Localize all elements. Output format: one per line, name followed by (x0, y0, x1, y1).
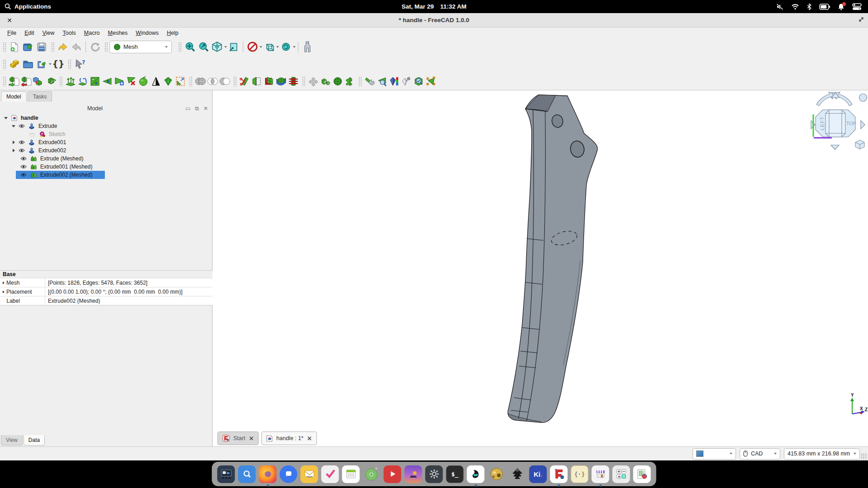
toolbar-grip[interactable] (359, 76, 362, 86)
menu-view[interactable]: View (39, 28, 58, 38)
menu-help[interactable]: Help (163, 28, 182, 38)
toolbar-grip[interactable] (3, 42, 6, 52)
expander-closed-icon[interactable] (3, 282, 5, 284)
window-switcher-icon[interactable] (217, 465, 235, 483)
flip-normals-button[interactable] (76, 75, 89, 88)
openscad-icon[interactable] (488, 465, 505, 483)
office-app-icon[interactable] (633, 465, 651, 483)
terminal-icon[interactable]: $_ (446, 465, 464, 483)
trim-mesh-button[interactable] (238, 75, 250, 88)
freecad-icon[interactable] (550, 465, 568, 483)
property-value[interactable]: [Points: 1826, Edges: 5478, Faces: 3652] (45, 280, 212, 286)
new-document-button[interactable] (8, 40, 21, 54)
panel-float-icon[interactable]: ⧉ (195, 105, 199, 112)
kicad-icon[interactable]: Ki. (529, 465, 547, 483)
property-group-base[interactable]: Base (0, 271, 212, 278)
mesh-from-shape-button[interactable] (32, 75, 44, 88)
color-selector[interactable] (693, 448, 736, 460)
add-facet-button[interactable] (113, 75, 125, 88)
property-row-placement[interactable]: Placement [(0.00 0.00 1.00); 0.00 °; (0.… (0, 287, 212, 296)
property-value[interactable]: [(0.00 0.00 1.00); 0.00 °; (0.00 mm 0.00… (45, 289, 212, 295)
expander-closed-icon[interactable] (10, 141, 17, 144)
regular-solid-button[interactable] (331, 75, 344, 88)
handle-3d-model[interactable] (506, 93, 603, 427)
tab-data[interactable]: Data (24, 435, 45, 446)
dimension-selector[interactable]: 415.83 mm x 216.98 mm (784, 448, 860, 460)
separate-components-button[interactable] (319, 75, 331, 88)
fit-all-button[interactable] (183, 40, 197, 54)
refine-mesh-button[interactable] (162, 75, 174, 88)
toolbar-grip[interactable] (3, 76, 6, 86)
signal-icon[interactable] (280, 465, 297, 483)
tab-start[interactable]: Start ✕ (217, 432, 259, 445)
chevron-down-icon[interactable] (293, 46, 296, 48)
curvature-plot-button[interactable] (388, 75, 400, 88)
firefox-icon[interactable] (259, 465, 277, 483)
measure-button[interactable] (301, 40, 314, 54)
property-row-label[interactable]: Label Extrude002 (Meshed) (0, 296, 212, 305)
remove-facet-button[interactable] (125, 75, 137, 88)
video-player-icon[interactable] (384, 465, 401, 483)
expander-closed-icon[interactable] (10, 149, 17, 152)
resize-grip[interactable] (861, 453, 867, 460)
mesh-export-button[interactable] (20, 75, 32, 88)
rotate-view-button[interactable] (279, 40, 292, 54)
smooth-mesh-button[interactable] (137, 75, 150, 88)
tab-tasks[interactable]: Tasks (28, 91, 52, 102)
software-store-icon[interactable] (592, 465, 609, 483)
create-group-button[interactable] (21, 57, 35, 71)
navigation-cube[interactable]: LEFT TOP (803, 92, 868, 160)
expander-open-icon[interactable] (3, 117, 9, 119)
trim-by-plane-button[interactable] (250, 75, 263, 88)
merge-mesh-button[interactable] (307, 75, 319, 88)
create-part-button[interactable] (8, 57, 21, 71)
boolean-union-button[interactable] (194, 75, 206, 88)
tree-item-extrude001[interactable]: Extrude001 (0, 138, 212, 146)
mesh-solid-button[interactable] (44, 75, 57, 88)
tree-item-extrude[interactable]: Extrude (0, 122, 212, 130)
toolbar-grip[interactable] (68, 59, 71, 69)
menu-tools[interactable]: Tools (59, 28, 80, 38)
toolbar-grip[interactable] (51, 42, 54, 52)
menu-file[interactable]: File (4, 28, 20, 38)
notes-app-icon[interactable] (467, 465, 485, 483)
tab-model[interactable]: Model (1, 91, 27, 102)
menu-edit[interactable]: Edit (21, 28, 38, 38)
tree-item-extrude001-meshed[interactable]: Extrude001 (Meshed) (0, 163, 212, 171)
inspect-mesh-button[interactable] (412, 75, 425, 88)
settings-icon[interactable] (425, 465, 443, 483)
undo-button[interactable] (56, 40, 70, 54)
check-solid-button[interactable] (376, 75, 388, 88)
property-value[interactable]: Extrude002 (Meshed) (45, 298, 212, 304)
clock[interactable]: Sat, Mar 29 11:32 AM (0, 3, 868, 10)
panel-close-icon[interactable]: ✕ (203, 105, 208, 112)
system-tray[interactable] (776, 3, 868, 10)
tree-item-extrude002[interactable]: Extrude002 (0, 146, 212, 155)
sharpen-mesh-button[interactable] (150, 75, 162, 88)
property-row-mesh[interactable]: Mesh [Points: 1826, Edges: 5478, Faces: … (0, 278, 212, 287)
boolean-difference-button[interactable] (218, 75, 231, 88)
inkscape-icon[interactable] (509, 465, 526, 483)
boundary-box-button[interactable] (425, 75, 437, 88)
mesh-import-button[interactable] (8, 75, 20, 88)
fit-selection-button[interactable] (197, 40, 210, 54)
box-zoom-button[interactable] (227, 40, 241, 54)
multi-sections-button[interactable] (287, 75, 299, 88)
evaluate-mesh-button[interactable] (363, 75, 376, 88)
calendar-icon[interactable] (342, 465, 360, 483)
open-document-button[interactable] (21, 40, 35, 54)
scale-mesh-button[interactable] (174, 75, 186, 88)
menu-windows[interactable]: Windows (132, 28, 162, 38)
link-make-button[interactable] (35, 57, 48, 71)
redo-button[interactable] (70, 40, 83, 54)
boolean-intersection-button[interactable] (206, 75, 218, 88)
refresh-button[interactable] (88, 40, 102, 54)
whats-this-button[interactable]: ? (73, 57, 86, 71)
close-tab-icon[interactable]: ✕ (249, 435, 254, 442)
draw-style-button[interactable] (245, 40, 259, 54)
mail-icon[interactable] (301, 465, 318, 483)
fill-holes-button[interactable] (89, 75, 101, 88)
vertex-curvature-button[interactable] (400, 75, 412, 88)
toolbar-grip[interactable] (104, 42, 108, 52)
tree-item-extrude002-meshed-selected[interactable]: Extrude002 (Meshed) (0, 171, 212, 179)
